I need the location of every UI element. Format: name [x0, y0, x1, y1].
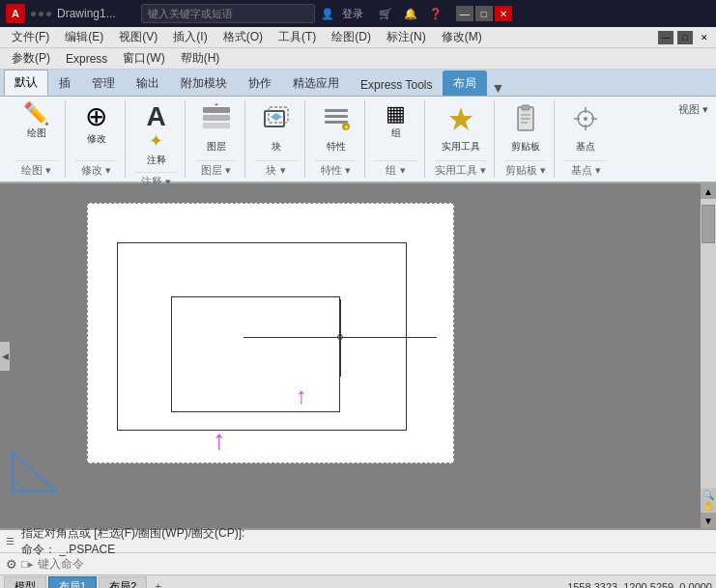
menu-view[interactable]: 视图(V) [111, 27, 165, 47]
scroll-thumb[interactable] [702, 205, 715, 243]
group-button[interactable]: ▦ 组 [379, 100, 414, 143]
tab-collab[interactable]: 协作 [238, 70, 282, 96]
magenta-arrow: ↑ [213, 425, 226, 456]
menu-modify[interactable]: 修改(M) [434, 27, 490, 47]
scroll-track[interactable] [701, 199, 716, 489]
block-tools: 块 [257, 100, 296, 158]
close-button[interactable]: ✕ [495, 6, 512, 21]
props-label: 特性 [327, 140, 346, 154]
utility-label: 实用工具 [442, 140, 480, 154]
command-area: ☰ 指定对角点或 [栏选(F)/圈围(WP)/圈交(CP)]: 命令： _.PS… [0, 528, 716, 574]
window-buttons[interactable]: — □ ✕ [456, 6, 512, 21]
add-layout-button[interactable]: + [149, 578, 167, 589]
user-area[interactable]: 👤 登录 🛒 🔔 ❓ [321, 7, 443, 21]
menu-tools[interactable]: 工具(T) [271, 27, 324, 47]
command-prompt-icon: ⚙ [6, 557, 17, 572]
tab-model[interactable]: 模型 [4, 576, 46, 588]
modify-button[interactable]: ⊕ 修改 [79, 100, 114, 149]
filename: Drawing1... [57, 7, 116, 20]
group-label-modify: 修改 ▾ [75, 160, 117, 178]
utility-tools: 实用工具 [438, 100, 484, 158]
clipboard-label: 剪贴板 [511, 140, 540, 154]
menu-help[interactable]: 帮助(H) [173, 48, 228, 69]
basepoint-button[interactable]: 基点 [566, 100, 605, 156]
app-icon: A [6, 4, 25, 23]
svg-marker-6 [271, 113, 282, 121]
ribbon-group-utility: 实用工具 实用工具 ▾ [427, 100, 495, 178]
tab-layout1[interactable]: 布局1 [48, 576, 97, 588]
svg-text:✦: ✦ [344, 125, 349, 130]
svg-rect-2 [203, 123, 230, 128]
tab-manage[interactable]: 管理 [81, 70, 126, 96]
menu-express[interactable]: Express [58, 50, 115, 68]
view-label: 视图 ▾ [678, 102, 708, 117]
command-expand-button[interactable]: ☰ [6, 536, 17, 546]
title-bar: A Drawing1... 键入关键字或短语 👤 登录 🛒 🔔 ❓ — □ ✕ [0, 0, 716, 27]
command-input-row: ⚙ □▸ [0, 553, 716, 574]
menu-draw[interactable]: 绘图(D) [324, 27, 379, 47]
sub-minimize[interactable]: — [658, 31, 673, 44]
collapse-panel-button[interactable]: ◀ [0, 342, 10, 371]
tab-insert[interactable]: 插 [48, 70, 81, 96]
ribbon-expand-icon[interactable]: ▼ [491, 80, 504, 96]
props-icon: ✦ [321, 103, 352, 138]
menu-insert[interactable]: 插入(I) [165, 27, 215, 47]
right-scrollbar[interactable]: ▲ 🔍 ✋ ▼ [701, 183, 716, 528]
svg-rect-0 [203, 107, 230, 113]
ribbon-group-draw: ✏️ 绘图 绘图 ▾ [8, 100, 66, 178]
group-icon: ▦ [386, 103, 406, 125]
group-label-draw: 绘图 ▾ [15, 160, 57, 178]
menu-edit[interactable]: 编辑(E) [57, 27, 111, 47]
drawing-canvas[interactable]: ◀ 软件自学网 WWW.RJZXW.COM ↑ [0, 183, 701, 528]
pan-icon[interactable]: ✋ [703, 501, 714, 511]
svg-point-19 [584, 117, 587, 121]
group-label-basepoint: 基点 ▾ [564, 160, 607, 178]
tab-layout[interactable]: 布局 [443, 70, 487, 96]
group-label-group: 组 ▾ [375, 160, 416, 178]
maximize-button[interactable]: □ [475, 6, 493, 21]
ribbon-group-clipboard: 剪贴板 剪贴板 ▾ [497, 100, 555, 178]
draw-button[interactable]: ✏️ 绘图 [19, 100, 54, 143]
block-button[interactable]: 块 [257, 100, 296, 156]
scroll-up-button[interactable]: ▲ [701, 183, 716, 199]
command-line-2: 命令： _.PSPACE [21, 542, 710, 558]
group-label-block: 块 ▾ [255, 160, 297, 178]
annotate-button[interactable]: A ✦ 注释 [139, 100, 174, 170]
ribbon-group-group: ▦ 组 组 ▾ [367, 100, 425, 178]
menu-format[interactable]: 格式(O) [215, 27, 271, 47]
ribbon-group-modify: ⊕ 修改 修改 ▾ [68, 100, 126, 178]
clipboard-icon [510, 103, 541, 138]
sub-close[interactable]: ✕ [697, 31, 712, 44]
search-box[interactable]: 键入关键字或短语 [141, 4, 315, 23]
menu-param[interactable]: 参数(P) [4, 48, 58, 69]
minimize-button[interactable]: — [456, 6, 473, 21]
tab-featured[interactable]: 精选应用 [282, 70, 350, 96]
clipboard-tools: 剪贴板 [506, 100, 545, 158]
menu-annotate[interactable]: 标注(N) [379, 27, 434, 47]
utility-icon [445, 103, 476, 138]
sub-restore[interactable]: □ [677, 31, 693, 44]
svg-rect-8 [325, 115, 348, 118]
utility-button[interactable]: 实用工具 [438, 100, 484, 156]
inner-rectangle [171, 296, 340, 412]
menu-file[interactable]: 文件(F) [4, 27, 57, 47]
menu-window[interactable]: 窗口(W) [115, 48, 172, 69]
tab-layout2[interactable]: 布局2 [99, 576, 147, 588]
layer-button[interactable]: 图层 [197, 100, 236, 156]
svg-rect-7 [325, 109, 348, 112]
tab-express-tools[interactable]: Express Tools [350, 73, 443, 96]
tab-default[interactable]: 默认 [4, 70, 48, 96]
command-output: ☰ 指定对角点或 [栏选(F)/圈围(WP)/圈交(CP)]: 命令： _.PS… [0, 530, 716, 553]
draw-tools: ✏️ 绘图 [19, 100, 54, 158]
modify-tools: ⊕ 修改 [79, 100, 114, 158]
view-panel: 视图 ▾ [678, 100, 708, 178]
zoom-icon[interactable]: 🔍 [703, 490, 714, 500]
layer-icon [201, 103, 232, 138]
tab-addons[interactable]: 附加模块 [170, 70, 238, 96]
props-button[interactable]: ✦ 特性 [317, 100, 356, 156]
clipboard-button[interactable]: 剪贴板 [506, 100, 545, 156]
tab-output[interactable]: 输出 [126, 70, 170, 96]
command-small-icon: □▸ [21, 558, 34, 571]
menu-bar-1: 文件(F) 编辑(E) 视图(V) 插入(I) 格式(O) 工具(T) 绘图(D… [0, 27, 716, 48]
command-input[interactable] [38, 557, 710, 571]
